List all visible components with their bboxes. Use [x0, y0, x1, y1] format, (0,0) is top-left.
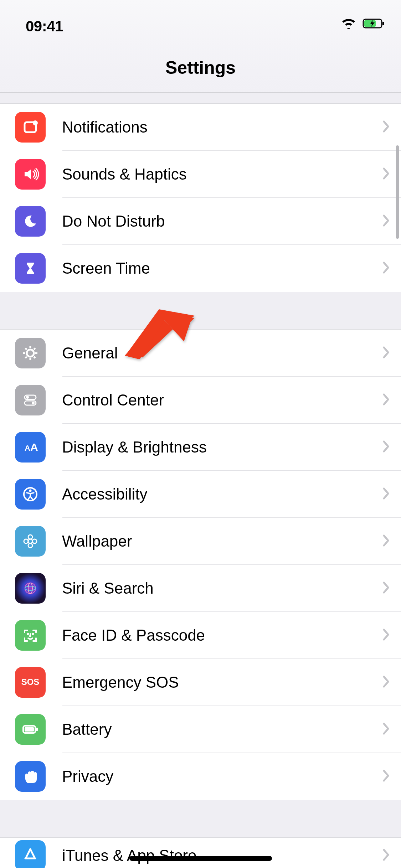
moon-icon — [15, 206, 46, 237]
status-icons — [341, 18, 386, 31]
gear-icon — [15, 338, 46, 368]
svg-text:A: A — [30, 441, 38, 453]
chevron-right-icon — [382, 769, 390, 784]
row-dnd[interactable]: Do Not Disturb — [0, 198, 401, 245]
chevron-right-icon — [382, 722, 390, 737]
row-control-center[interactable]: Control Center — [0, 377, 401, 424]
svg-text:SOS: SOS — [21, 677, 40, 687]
settings-group-1: Notifications Sounds & Haptics Do Not Di… — [0, 103, 401, 292]
row-label: Accessibility — [62, 485, 382, 503]
scrollbar-thumb[interactable] — [396, 145, 399, 239]
row-notifications[interactable]: Notifications — [0, 104, 401, 151]
row-screen-time[interactable]: Screen Time — [0, 245, 401, 292]
svg-line-10 — [25, 348, 27, 350]
nav-bar: Settings — [0, 43, 401, 93]
svg-line-11 — [34, 357, 35, 358]
row-label: Notifications — [62, 118, 382, 136]
row-faceid[interactable]: Face ID & Passcode — [0, 612, 401, 659]
chevron-right-icon — [382, 581, 390, 595]
svg-line-13 — [34, 348, 35, 350]
row-label: Display & Brightness — [62, 438, 382, 456]
sos-icon: SOS — [15, 667, 46, 698]
accessibility-icon — [15, 479, 46, 510]
siri-icon — [15, 573, 46, 604]
row-label: Wallpaper — [62, 532, 382, 550]
chevron-right-icon — [382, 675, 390, 689]
home-indicator[interactable] — [129, 856, 272, 861]
chevron-right-icon — [382, 214, 390, 228]
svg-point-26 — [32, 539, 37, 543]
row-label: Sounds & Haptics — [62, 165, 382, 183]
row-battery[interactable]: Battery — [0, 706, 401, 753]
page-title: Settings — [165, 57, 236, 78]
faceid-icon — [15, 620, 46, 651]
svg-point-4 — [33, 120, 38, 125]
row-accessibility[interactable]: Accessibility — [0, 471, 401, 518]
row-itunes[interactable]: iTunes & App Store — [0, 838, 401, 868]
row-label: Privacy — [62, 768, 382, 785]
row-sounds[interactable]: Sounds & Haptics — [0, 151, 401, 198]
chevron-right-icon — [382, 487, 390, 501]
section-gap — [0, 800, 401, 837]
row-label: iTunes & App Store — [62, 847, 382, 864]
wifi-icon — [341, 18, 356, 31]
hourglass-icon — [15, 253, 46, 284]
row-display[interactable]: AA Display & Brightness — [0, 424, 401, 471]
svg-point-22 — [28, 539, 32, 543]
chevron-right-icon — [382, 167, 390, 181]
chevron-right-icon — [382, 346, 390, 360]
row-label: Control Center — [62, 391, 382, 409]
screen: 09:41 Settings Notifications — [0, 0, 401, 868]
settings-group-2: General Control Center AA Display & Brig… — [0, 329, 401, 800]
svg-point-15 — [26, 396, 29, 399]
battery-charging-icon — [363, 18, 386, 31]
svg-point-24 — [28, 543, 32, 548]
svg-rect-1 — [382, 22, 384, 25]
svg-point-27 — [25, 583, 36, 594]
row-label: Face ID & Passcode — [62, 626, 382, 644]
row-wallpaper[interactable]: Wallpaper — [0, 518, 401, 565]
svg-point-31 — [32, 634, 33, 634]
settings-group-3: iTunes & App Store — [0, 837, 401, 868]
row-label: Siri & Search — [62, 579, 382, 597]
row-label: General — [62, 344, 382, 362]
row-privacy[interactable]: Privacy — [0, 753, 401, 800]
chevron-right-icon — [382, 120, 390, 134]
svg-text:A: A — [25, 444, 30, 453]
svg-point-30 — [27, 634, 28, 634]
svg-rect-2 — [364, 20, 376, 27]
svg-point-21 — [29, 490, 32, 492]
row-label: Do Not Disturb — [62, 212, 382, 230]
row-siri[interactable]: Siri & Search — [0, 565, 401, 612]
chevron-right-icon — [382, 440, 390, 454]
row-sos[interactable]: SOS Emergency SOS — [0, 659, 401, 706]
flower-icon — [15, 526, 46, 557]
svg-point-23 — [28, 535, 32, 539]
row-label: Emergency SOS — [62, 673, 382, 691]
hand-icon — [15, 761, 46, 792]
svg-point-28 — [25, 586, 36, 590]
svg-point-5 — [27, 350, 34, 357]
battery-icon — [15, 714, 46, 745]
text-size-icon: AA — [15, 432, 46, 463]
svg-line-12 — [25, 357, 27, 358]
switches-icon — [15, 385, 46, 415]
chevron-right-icon — [382, 393, 390, 407]
svg-rect-34 — [36, 728, 38, 731]
notifications-icon — [15, 112, 46, 143]
row-label: Screen Time — [62, 259, 382, 277]
svg-rect-35 — [25, 727, 34, 732]
status-bar: 09:41 — [0, 0, 401, 43]
row-general[interactable]: General — [0, 330, 401, 377]
section-gap — [0, 93, 401, 103]
svg-point-29 — [28, 583, 32, 594]
appstore-icon — [15, 840, 46, 868]
row-label: Battery — [62, 720, 382, 738]
speaker-icon — [15, 159, 46, 190]
svg-point-25 — [24, 539, 28, 543]
chevron-right-icon — [382, 848, 390, 863]
chevron-right-icon — [382, 534, 390, 548]
chevron-right-icon — [382, 628, 390, 642]
chevron-right-icon — [382, 261, 390, 275]
section-gap — [0, 292, 401, 329]
